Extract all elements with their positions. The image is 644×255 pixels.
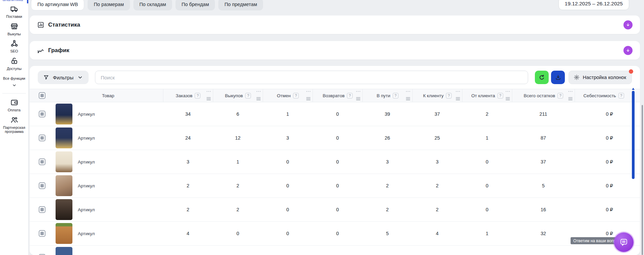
sidebar-item-label: Поставки <box>6 14 22 19</box>
column-header-sebestoimost[interactable]: Себестоимость? <box>575 89 633 102</box>
page-scrollbar[interactable] <box>642 105 643 255</box>
more-options-icon[interactable] <box>306 91 311 92</box>
date-range-picker[interactable]: 19.12.2025 – 26.12.2025 <box>558 0 629 10</box>
table-row[interactable] <box>30 246 640 255</box>
product-thumbnail[interactable] <box>56 223 72 244</box>
tab-po-predmetam[interactable]: По предметам <box>218 0 263 10</box>
product-thumbnail[interactable] <box>56 199 72 220</box>
sidebar: аналитика ПоставкиВыкупыSEOДоступыВсе фу… <box>0 0 29 255</box>
column-header-v-puti[interactable]: В пути? <box>362 89 412 102</box>
table-row[interactable]: Артикул 220022050 ₽ <box>30 174 640 198</box>
sidebar-item-vse-funkcii[interactable]: Все функции <box>0 76 28 88</box>
table-row[interactable]: Артикул 34610393722110 ₽ <box>30 102 640 126</box>
column-settings-button[interactable]: Настройка колонок <box>569 71 632 84</box>
search-input[interactable] <box>95 71 528 84</box>
table-row[interactable]: Артикул 3100330370 ₽ <box>30 150 640 174</box>
table-row[interactable]: Артикул 4000541320 ₽ <box>30 222 640 246</box>
share-icon <box>10 39 19 48</box>
more-options-icon[interactable] <box>206 91 211 92</box>
sidebar-item-vykupy[interactable]: Выкупы <box>0 22 28 36</box>
select-all-checkbox[interactable] <box>39 92 45 99</box>
column-header-otmen[interactable]: Отмен? <box>263 89 313 102</box>
product-thumbnail[interactable] <box>56 247 72 255</box>
menu-lines-icon[interactable] <box>506 97 510 100</box>
help-icon[interactable]: ? <box>446 93 452 99</box>
row-checkbox[interactable] <box>39 135 45 141</box>
row-checkbox[interactable] <box>39 206 45 213</box>
help-icon[interactable]: ? <box>245 93 251 99</box>
cost-cell: 0 ₽ <box>575 207 633 212</box>
product-thumbnail[interactable] <box>56 128 72 148</box>
people-icon <box>10 116 19 124</box>
column-header-vykupov[interactable]: Выкупов? <box>213 89 263 102</box>
product-thumbnail[interactable] <box>56 151 72 172</box>
tab-po-brendam[interactable]: По брендам <box>175 0 215 10</box>
help-icon[interactable]: ? <box>293 93 299 99</box>
sidebar-item-oplata[interactable]: Оплата <box>0 98 28 112</box>
cell-value: 211 <box>512 111 575 117</box>
cell-value: 0 <box>313 183 362 188</box>
sidebar-item-dostupy[interactable]: Доступы <box>0 57 28 71</box>
more-options-icon[interactable] <box>456 91 460 92</box>
download-button[interactable] <box>551 71 565 84</box>
help-icon[interactable]: ? <box>618 93 624 99</box>
more-options-icon[interactable] <box>356 91 360 92</box>
cell-value: 0 <box>462 183 512 188</box>
table-row[interactable]: Артикул 2200220160 ₽ <box>30 198 640 222</box>
menu-lines-icon[interactable] <box>568 97 573 100</box>
product-thumbnail[interactable] <box>56 175 72 196</box>
table-scrollbar[interactable] <box>632 91 635 179</box>
product-thumbnail[interactable] <box>56 104 72 124</box>
more-options-icon[interactable] <box>506 91 510 92</box>
column-header-zakazov[interactable]: Заказов? <box>163 89 213 102</box>
cost-cell: 0 ₽ <box>575 183 633 188</box>
menu-lines-icon[interactable] <box>356 97 360 100</box>
sidebar-item-postavki[interactable]: Поставки <box>0 5 28 19</box>
expand-chart-button[interactable] <box>623 46 633 55</box>
column-header-vozvratov[interactable]: Возвратов? <box>313 89 362 102</box>
sidebar-item-partnerskaya-programma[interactable]: Партнерская программа <box>0 116 28 134</box>
cell-value: 26 <box>362 135 412 141</box>
menu-lines-icon[interactable] <box>306 97 311 100</box>
row-checkbox[interactable] <box>39 230 45 237</box>
sidebar-divider <box>2 93 26 94</box>
column-label: Отмен <box>277 93 291 98</box>
cell-value: 12 <box>213 135 263 141</box>
column-header-vsego-ostatkov[interactable]: Всего остатков? <box>512 89 575 102</box>
tab-po-razmeram[interactable]: По размерам <box>88 0 130 10</box>
cell-value: 1 <box>213 159 263 165</box>
help-icon[interactable]: ? <box>393 93 398 99</box>
more-options-icon[interactable] <box>256 91 261 92</box>
column-header-ot-klienta[interactable]: От клиента? <box>462 89 512 102</box>
bar-chart-icon <box>37 21 44 29</box>
sidebar-item-analytics-active[interactable]: аналитика <box>0 0 28 3</box>
help-icon[interactable]: ? <box>497 93 503 99</box>
cell-value: 0 <box>263 159 313 165</box>
more-options-icon[interactable] <box>406 91 410 92</box>
chat-button[interactable] <box>614 232 634 252</box>
help-icon[interactable]: ? <box>557 93 563 99</box>
cell-value: 34 <box>163 111 213 117</box>
table-row[interactable]: Артикул 24123026251870 ₽ <box>30 126 640 150</box>
tab-po-skladam[interactable]: По складам <box>133 0 172 10</box>
more-options-icon[interactable] <box>568 91 573 92</box>
sidebar-item-seo[interactable]: SEO <box>0 39 28 53</box>
filters-button[interactable]: Фильтры <box>38 71 89 84</box>
tab-po-artikulam-wb[interactable]: По артикулам WB <box>31 0 84 10</box>
menu-lines-icon[interactable] <box>456 97 460 100</box>
menu-lines-icon[interactable] <box>256 97 261 100</box>
row-checkbox[interactable] <box>39 158 45 165</box>
row-checkbox[interactable] <box>39 111 45 117</box>
menu-lines-icon[interactable] <box>206 97 211 100</box>
column-label: Заказов <box>176 93 193 98</box>
column-header-k-klientu[interactable]: К клиенту? <box>412 89 462 102</box>
help-icon[interactable]: ? <box>195 93 200 99</box>
menu-lines-icon[interactable] <box>406 97 410 100</box>
chevron-down-icon <box>77 74 83 80</box>
row-checkbox[interactable] <box>39 182 45 189</box>
expand-statistics-button[interactable] <box>623 20 633 29</box>
column-header-tovar[interactable]: Товар <box>53 89 163 102</box>
help-icon[interactable]: ? <box>347 93 353 99</box>
refresh-button[interactable] <box>535 71 549 84</box>
cell-value: 5 <box>362 231 412 236</box>
